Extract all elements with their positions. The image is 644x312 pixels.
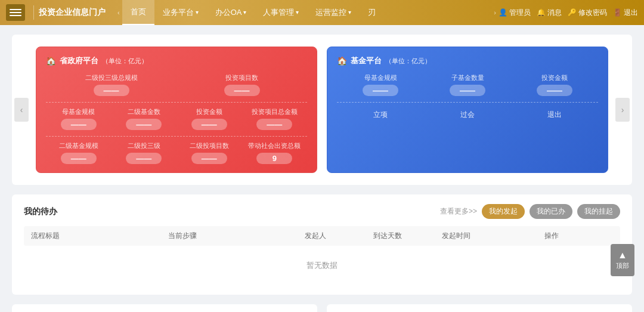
nav-next-arrow[interactable]: ›: [494, 9, 496, 16]
password-icon: 🔑: [568, 8, 577, 17]
password-label: 修改密码: [578, 8, 607, 18]
pending-section-title: 我的待办: [24, 206, 57, 217]
blue-card-unit: （单位：亿元）: [385, 57, 431, 66]
notification-icon: 🔔: [537, 8, 546, 17]
red-card-divider-1: [46, 102, 307, 103]
blue-stat-top-1-label: 子基金数量: [424, 73, 511, 82]
blue-stat-top-1: 子基金数量 ——: [424, 73, 511, 96]
table-col-initiator: 发起人: [305, 231, 373, 241]
pending-empty-text: 暂无数据: [24, 246, 620, 285]
admin-icon: 👤: [499, 8, 507, 17]
pending-view-more[interactable]: 查看更多>>: [440, 206, 477, 217]
red-stat-top-1: 投资项目数 ——: [177, 73, 307, 96]
nav-logout-item[interactable]: 🚪 退出: [613, 8, 638, 18]
blue-card-action-row: 立项 过会 退出: [337, 102, 598, 122]
logo-icon: [6, 4, 25, 21]
cards-section: ‹ 🏠 省政府平台 （单位：亿元） 二级投三级总规模 —— 投资项目数 ——: [12, 35, 632, 185]
red-card-unit: （单位：亿元）: [102, 57, 148, 66]
home-icon-blue: 🏠: [337, 56, 347, 66]
cards-container: 🏠 省政府平台 （单位：亿元） 二级投三级总规模 —— 投资项目数 ——: [36, 47, 608, 173]
bottom-row: 通知公告 查看更多>> 人员去向 出差 暂无相关人员: [12, 304, 632, 312]
nav-password-item[interactable]: 🔑 修改密码: [568, 8, 607, 18]
red-stat-top-0-value: ——: [94, 85, 129, 96]
red-stat-bot-2: 二级投项目数 ——: [177, 141, 242, 164]
table-col-days: 到达天数: [373, 231, 442, 241]
red-card-mid-stats: 母基金规模 —— 二级基金数 —— 投资金额 —— 投资项目总金额 ——: [46, 107, 307, 130]
red-stat-mid-3-label: 投资项目总金额: [242, 107, 308, 116]
nav-logo: 投资企业信息门户: [6, 4, 109, 21]
chevron-down-icon-3: ▾: [296, 0, 299, 25]
red-stat-bot-0: 二级基金规模 ——: [46, 141, 112, 164]
red-stat-bot-3-label: 带动社会出资总额: [242, 141, 308, 150]
red-stat-mid-1-label: 二级基金数: [112, 107, 177, 116]
nav-menu: 首页 业务平台 ▾ 办公OA ▾ 人事管理 ▾ 运营监控 ▾ 刃: [122, 0, 492, 25]
nav-item-home-label: 首页: [131, 0, 146, 24]
red-stat-bot-2-value: ——: [191, 153, 227, 164]
admin-label: 管理员: [509, 8, 531, 18]
logo-line-1: [10, 9, 21, 10]
table-col-step: 当前步骤: [168, 231, 305, 241]
blue-stat-top-1-value: ——: [450, 85, 485, 96]
table-col-time: 发起时间: [442, 231, 544, 241]
nav-right: 👤 管理员 🔔 消息 🔑 修改密码 🚪 退出: [499, 8, 638, 18]
red-stat-bot-3: 带动社会出资总额 9: [242, 141, 308, 164]
pending-section: 我的待办 查看更多>> 我的发起 我的已办 我的挂起 流程标题 当前步骤 发起人…: [12, 194, 632, 295]
red-stat-bot-3-value: 9: [256, 153, 292, 164]
red-card-header: 🏠 省政府平台 （单位：亿元）: [46, 55, 307, 66]
red-card-bottom-stats: 二级基金规模 —— 二级投三级 —— 二级投项目数 —— 带动社会出资总额 9: [46, 141, 307, 164]
carousel-prev-button[interactable]: ‹: [14, 98, 29, 122]
red-stat-bot-0-label: 二级基金规模: [46, 141, 112, 150]
red-stat-bot-0-value: ——: [61, 153, 97, 164]
carousel-next-button[interactable]: ›: [615, 98, 630, 122]
scroll-top-label: 顶部: [616, 261, 629, 270]
logo-line-3: [10, 15, 21, 16]
filter-my-initiated[interactable]: 我的发起: [482, 204, 525, 219]
filter-my-pending[interactable]: 我的挂起: [577, 204, 620, 219]
nav-logo-divider: [33, 5, 34, 20]
blue-card-header: 🏠 基金平台 （单位：亿元）: [337, 55, 598, 66]
logo-line-2: [10, 12, 21, 13]
nav-item-hr[interactable]: 人事管理 ▾: [255, 0, 307, 25]
red-stat-mid-3-value: ——: [256, 119, 292, 130]
nav-item-home[interactable]: 首页: [122, 0, 154, 25]
red-card-divider-2: [46, 136, 307, 137]
red-stat-top-1-value: ——: [224, 85, 260, 96]
blue-stat-top-2-label: 投资金额: [511, 73, 598, 82]
scroll-to-top-button[interactable]: ▲ 顶部: [611, 244, 634, 276]
blue-action-lixiang[interactable]: 立项: [337, 107, 424, 122]
notices-section: 通知公告 查看更多>>: [12, 304, 317, 312]
chevron-down-icon-2: ▾: [243, 0, 246, 25]
page-content: ‹ 🏠 省政府平台 （单位：亿元） 二级投三级总规模 —— 投资项目数 ——: [0, 25, 644, 312]
red-stat-bot-1-value: ——: [126, 153, 162, 164]
red-stat-mid-2: 投资金额 ——: [177, 107, 242, 130]
blue-stat-top-0-label: 母基金规模: [337, 73, 424, 82]
blue-action-tuichu[interactable]: 退出: [511, 107, 598, 122]
filter-my-done[interactable]: 我的已办: [530, 204, 572, 219]
nav-admin-item[interactable]: 👤 管理员: [499, 8, 531, 18]
nav-item-ops-label: 运营监控: [315, 0, 346, 25]
nav-item-ops[interactable]: 运营监控 ▾: [307, 0, 360, 25]
blue-action-guohui[interactable]: 过会: [424, 107, 511, 122]
nav-item-oa[interactable]: 办公OA ▾: [207, 0, 255, 25]
logout-icon: 🚪: [613, 8, 622, 17]
pending-section-actions: 查看更多>> 我的发起 我的已办 我的挂起: [440, 204, 620, 219]
red-stat-mid-0-label: 母基金规模: [46, 107, 112, 116]
blue-stat-top-0-value: ——: [363, 85, 398, 96]
nav-item-more-label: 刃: [368, 0, 376, 25]
red-stat-mid-0: 母基金规模 ——: [46, 107, 112, 130]
nav-item-business[interactable]: 业务平台 ▾: [154, 0, 207, 25]
nav-bar: 投资企业信息门户 ‹ 首页 业务平台 ▾ 办公OA ▾ 人事管理 ▾ 运营监控 …: [0, 0, 644, 25]
nav-item-more[interactable]: 刃: [360, 0, 384, 25]
blue-card-top-stats: 母基金规模 —— 子基金数量 —— 投资金额 ——: [337, 73, 598, 96]
red-stat-mid-2-value: ——: [191, 119, 227, 130]
blue-card-title: 基金平台: [351, 55, 382, 66]
nav-notification-item[interactable]: 🔔 消息: [537, 8, 562, 18]
red-stat-top-0-label: 二级投三级总规模: [46, 73, 177, 82]
chevron-down-icon: ▾: [196, 0, 199, 25]
red-card-top-stats: 二级投三级总规模 —— 投资项目数 ——: [46, 73, 307, 96]
blue-stat-top-2: 投资金额 ——: [511, 73, 598, 96]
notification-label: 消息: [547, 8, 562, 18]
nav-prev-arrow[interactable]: ‹: [117, 9, 120, 16]
blue-platform-card: 🏠 基金平台 （单位：亿元） 母基金规模 —— 子基金数量 —— 投资金额: [327, 47, 608, 173]
nav-item-hr-label: 人事管理: [263, 0, 294, 25]
